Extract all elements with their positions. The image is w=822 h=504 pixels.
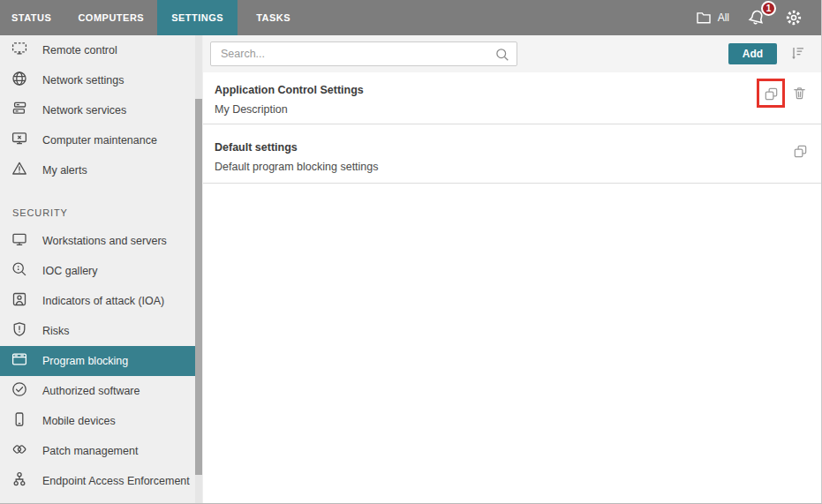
sidebar-item-label: Indicators of attack (IOA) <box>42 295 164 307</box>
remote-control-icon <box>11 40 28 61</box>
settings-list: Application Control Settings My Descript… <box>203 72 821 184</box>
copy-icon <box>792 149 809 162</box>
tab-tasks[interactable]: TASKS <box>243 0 304 35</box>
sidebar-item-mobile-devices[interactable]: Mobile devices <box>0 406 195 436</box>
filter-all-button[interactable]: All <box>695 9 729 26</box>
sidebar-item-computer-maintenance[interactable]: Computer maintenance <box>0 125 195 155</box>
list-item-title: Application Control Settings <box>215 84 821 96</box>
gear-icon <box>784 8 803 27</box>
sidebar-item-label: Risks <box>42 325 70 337</box>
filter-all-label: All <box>718 11 729 24</box>
sidebar-item-label: Network services <box>42 104 126 117</box>
person-card-icon <box>11 290 28 312</box>
patch-icon <box>11 440 28 462</box>
toolbar: Add <box>203 35 821 72</box>
sidebar-item-workstations-and-servers[interactable]: Workstations and servers <box>0 226 195 256</box>
sidebar-item-indicators-of-attack[interactable]: Indicators of attack (IOA) <box>0 286 195 316</box>
phone-icon <box>11 410 28 432</box>
monitor-x-icon <box>11 130 28 151</box>
sidebar-item-label: Endpoint Access Enforcement <box>42 475 190 487</box>
sidebar-item-ioc-gallery[interactable]: IOC gallery <box>0 256 195 286</box>
nav-right-actions: All 1 <box>695 0 821 35</box>
notification-badge: 1 <box>761 1 776 16</box>
settings-gear-button[interactable] <box>784 8 803 27</box>
hierarchy-icon <box>11 470 28 492</box>
delete-button[interactable] <box>791 85 808 104</box>
search-box <box>210 41 517 66</box>
magnifier-dots-icon <box>11 260 28 282</box>
top-nav: STATUS COMPUTERS SETTINGS TASKS All <box>0 0 821 35</box>
alert-triangle-icon <box>11 160 28 181</box>
sidebar: Remote control Network settings Netw <box>0 35 203 503</box>
sidebar-item-authorized-software[interactable]: Authorized software <box>0 376 195 406</box>
check-circle-icon <box>11 380 28 402</box>
copy-button[interactable] <box>763 86 780 105</box>
notifications-button[interactable]: 1 <box>747 8 766 27</box>
sidebar-item-label: Program blocking <box>42 355 128 367</box>
sidebar-item-program-blocking[interactable]: Program blocking <box>0 346 195 376</box>
sidebar-item-risks[interactable]: Risks <box>0 316 195 346</box>
sidebar-item-label: IOC gallery <box>42 265 98 277</box>
sidebar-item-label: Mobile devices <box>42 415 116 427</box>
sort-icon <box>789 51 807 64</box>
sidebar-scrollbar-track[interactable] <box>195 35 202 503</box>
main-content: Add Application Control Settings My Desc… <box>203 35 821 503</box>
copy-button[interactable] <box>792 143 809 162</box>
sidebar-item-network-settings[interactable]: Network settings <box>0 65 195 95</box>
shield-alert-icon <box>11 320 28 342</box>
folder-icon <box>695 9 713 26</box>
sidebar-item-patch-management[interactable]: Patch management <box>0 436 195 466</box>
sidebar-item-network-services[interactable]: Network services <box>0 95 195 125</box>
window-icon <box>11 350 28 372</box>
tab-settings[interactable]: SETTINGS <box>157 0 238 35</box>
list-item-description: My Description <box>215 103 821 116</box>
list-item-description: Default program blocking settings <box>215 161 821 173</box>
tab-status[interactable]: STATUS <box>0 0 64 35</box>
servers-icon <box>11 100 28 121</box>
sidebar-scrollbar-thumb[interactable] <box>195 99 202 475</box>
app-window: STATUS COMPUTERS SETTINGS TASKS All <box>0 0 822 504</box>
sidebar-item-label: Authorized software <box>42 385 140 397</box>
trash-icon <box>791 91 808 104</box>
search-input[interactable] <box>211 42 517 65</box>
sidebar-item-label: Workstations and servers <box>42 235 167 247</box>
sidebar-section-security: SECURITY <box>0 199 203 226</box>
sidebar-item-label: Remote control <box>42 44 117 56</box>
monitor-icon <box>11 230 28 252</box>
copy-icon <box>763 92 780 105</box>
globe-icon <box>11 70 28 91</box>
sidebar-item-my-alerts[interactable]: My alerts <box>0 155 195 185</box>
sidebar-item-label: Network settings <box>42 74 124 87</box>
list-item-default-settings[interactable]: Default settings Default program blockin… <box>203 124 821 184</box>
sidebar-item-remote-control[interactable]: Remote control <box>0 35 195 65</box>
add-button[interactable]: Add <box>728 43 777 64</box>
list-item-title: Default settings <box>215 141 821 154</box>
tab-computers[interactable]: COMPUTERS <box>64 0 157 35</box>
sort-button[interactable] <box>788 44 808 64</box>
list-item-application-control-settings[interactable]: Application Control Settings My Descript… <box>203 72 821 124</box>
sidebar-item-label: My alerts <box>42 164 87 177</box>
sidebar-item-endpoint-access-enforcement[interactable]: Endpoint Access Enforcement <box>0 466 195 496</box>
sidebar-item-label: Computer maintenance <box>42 134 157 147</box>
search-icon <box>494 47 510 66</box>
sidebar-item-label: Patch management <box>42 445 138 457</box>
